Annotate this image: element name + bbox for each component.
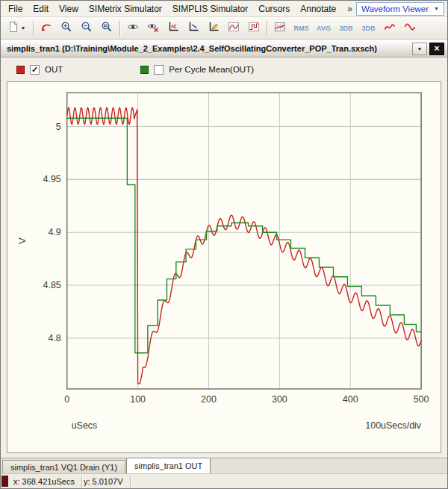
window-menu-button[interactable]: ▼ (412, 43, 427, 55)
tab-vq1-drain[interactable]: simplis_tran1 VQ1 Drain (Y1) (2, 460, 125, 473)
menu-annotate[interactable]: Annotate (295, 2, 341, 16)
toolbar: ▼ RMS AVG 3DB 3DB (1, 17, 447, 40)
svg-text:100: 100 (130, 394, 146, 405)
new-grid-button[interactable] (224, 19, 243, 37)
plot-window-titlebar: simplis_tran1 (D:\Training\Module_2_Exam… (1, 40, 447, 57)
waveform-plot[interactable]: 010020030040050054.954.94.854.8VuSecs100… (7, 82, 441, 452)
axis-abc-icon (167, 21, 179, 35)
plot-area-wrapper: 010020030040050054.954.94.854.8VuSecs100… (1, 81, 447, 458)
svg-text:4.95: 4.95 (43, 174, 61, 184)
menu-file[interactable]: File (3, 2, 28, 16)
new-graph-button[interactable]: ▼ (3, 19, 30, 37)
add-curve-button[interactable] (270, 19, 290, 37)
svg-text:uSecs: uSecs (72, 420, 98, 431)
curve-tool-button-1[interactable] (380, 19, 399, 37)
red-wave-icon (404, 21, 416, 35)
svg-text:0: 0 (64, 394, 69, 405)
svg-text:100uSecs/div: 100uSecs/div (365, 420, 421, 431)
curve-legend: OUT Per Cycle Mean(OUT) (1, 57, 447, 81)
curve-color-swatch[interactable] (140, 66, 149, 74)
plot-window-title: simplis_tran1 (D:\Training\Module_2_Exam… (7, 44, 410, 53)
svg-text:200: 200 (201, 394, 217, 405)
svg-text:4.9: 4.9 (48, 227, 60, 237)
svg-text:400: 400 (343, 394, 358, 405)
red-step-graph-icon (248, 21, 260, 35)
chevron-down-icon: ▼ (434, 6, 439, 11)
menu-cursors[interactable]: Cursors (253, 2, 295, 16)
viewer-mode-combobox[interactable]: Waveform Viewer ▼ (356, 2, 444, 16)
avg-measure-button[interactable]: AVG (313, 19, 335, 37)
new-document-icon (7, 21, 19, 35)
svg-text:5: 5 (56, 121, 61, 131)
zoom-area-icon (101, 21, 113, 35)
menu-bar: File Edit View SIMetrix Simulator SIMPLI… (1, 1, 447, 17)
svg-text:4.8: 4.8 (48, 333, 60, 343)
plot-panel: 010020030040050054.954.94.854.8VuSecs100… (7, 81, 441, 453)
menu-edit[interactable]: Edit (28, 2, 54, 16)
menu-view[interactable]: View (54, 2, 84, 16)
curve-color-swatch[interactable] (16, 66, 25, 74)
menu-simplis-simulator[interactable]: SIMPLIS Simulator (167, 2, 253, 16)
axis-label-button[interactable] (164, 19, 183, 37)
close-icon: × (434, 44, 439, 53)
legend-item-out: OUT (16, 65, 63, 75)
red-curve-icon (384, 21, 396, 35)
rms-measure-button[interactable]: RMS (290, 19, 312, 37)
svg-text:300: 300 (272, 394, 287, 405)
legend-item-per-cycle-mean: Per Cycle Mean(OUT) (140, 65, 254, 75)
menu-overflow-chevron[interactable]: » (343, 2, 356, 16)
zoom-in-button[interactable] (57, 19, 76, 37)
triangle-down-icon: ▼ (417, 46, 423, 52)
viewer-combo-label: Waveform Viewer (361, 4, 429, 13)
graph-tab-bar: simplis_tran1 VQ1 Drain (Y1) simplis_tra… (1, 458, 447, 473)
toolbar-separator (119, 21, 120, 36)
curve-visibility-checkbox[interactable] (154, 65, 164, 75)
hide-curve-button[interactable] (143, 19, 163, 37)
status-corner-box (1, 476, 8, 487)
edit-axis-button[interactable] (204, 19, 223, 37)
zoom-in-icon (60, 21, 72, 35)
curve-tool-button-2[interactable] (400, 19, 420, 37)
axis-arrow-icon (187, 21, 199, 35)
legend-label: Per Cycle Mean(OUT) (169, 65, 254, 74)
3db-measure-button-2[interactable]: 3DB (358, 19, 379, 37)
zoom-out-button[interactable] (77, 19, 96, 37)
close-button[interactable]: × (429, 43, 444, 55)
cursor-y-readout: y: 5.0107V (82, 476, 131, 488)
show-curve-button[interactable] (123, 19, 143, 37)
undo-arrow-icon (40, 21, 52, 35)
status-bar: x: 368.421uSecs y: 5.0107V (1, 473, 447, 488)
svg-text:V: V (16, 237, 28, 244)
axis-pencil-icon (208, 21, 220, 35)
curve-visibility-checkbox[interactable] (30, 65, 40, 75)
cursor-x-readout: x: 368.421uSecs (12, 476, 82, 488)
toolbar-separator (267, 21, 267, 36)
undo-zoom-button[interactable] (37, 19, 56, 37)
svg-text:500: 500 (414, 394, 429, 405)
3db-measure-button-1[interactable]: 3DB (335, 19, 357, 37)
toolbar-separator (33, 21, 34, 36)
red-curve-graph-icon (228, 21, 240, 35)
add-axis-button[interactable] (184, 19, 203, 37)
zoom-area-button[interactable] (97, 19, 116, 37)
zoom-out-icon (81, 21, 93, 35)
chevron-down-icon: ▼ (21, 25, 26, 31)
legend-label: OUT (45, 65, 63, 74)
eye-crossed-icon (147, 21, 159, 35)
new-step-graph-button[interactable] (244, 19, 264, 37)
eye-icon (127, 21, 139, 35)
grid-curve-icon (274, 21, 286, 35)
tab-out[interactable]: simplis_tran1 OUT (126, 458, 211, 473)
app-window: File Edit View SIMetrix Simulator SIMPLI… (0, 0, 448, 489)
svg-text:4.85: 4.85 (43, 280, 61, 290)
menu-simetrix-simulator[interactable]: SIMetrix Simulator (84, 2, 167, 16)
